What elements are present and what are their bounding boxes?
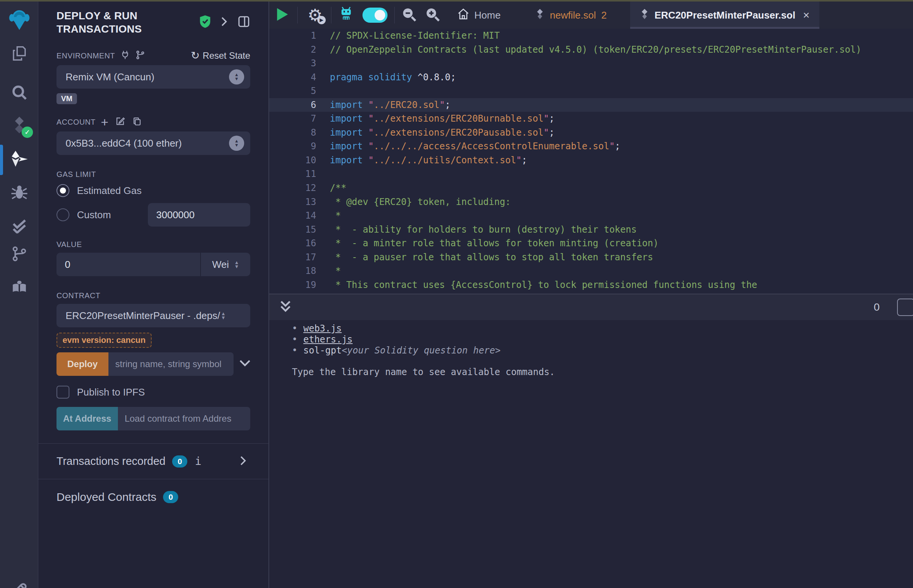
custom-gas-radio[interactable] (57, 208, 70, 221)
line-number: 9 (269, 139, 316, 153)
line-number: 18 (269, 264, 316, 278)
web3js-link[interactable]: web3.js (303, 323, 342, 334)
reset-state-button[interactable]: ↻ Reset State (191, 50, 250, 61)
value-input[interactable] (57, 253, 200, 276)
file-explorer-icon[interactable] (0, 40, 38, 67)
select-arrows-icon: ▲▼ (229, 69, 244, 84)
unit-testing-icon[interactable] (0, 212, 38, 238)
at-address-input[interactable] (118, 407, 250, 430)
ethersjs-link[interactable]: ethers.js (303, 334, 353, 345)
code-line-4[interactable]: 4pragma solidity ^0.8.0; (269, 71, 913, 84)
copilot-toggle[interactable] (363, 8, 387, 23)
sign-message-icon[interactable] (115, 116, 125, 128)
remix-logo-icon[interactable] (0, 7, 38, 33)
deploy-and-run-icon[interactable] (0, 146, 38, 172)
code-line-14[interactable]: 14 * (269, 209, 913, 223)
value-label: VALUE (57, 240, 82, 249)
collapse-terminal-chevrons-icon[interactable] (279, 299, 292, 315)
publish-ipfs-checkbox[interactable] (57, 386, 70, 399)
tab-badge: 2 (601, 10, 607, 21)
line-content: * @dev {ERC20} token, including: (316, 195, 511, 209)
deployed-contracts-label: Deployed Contracts (57, 491, 156, 504)
code-line-12[interactable]: 12/** (269, 181, 913, 195)
code-line-3[interactable]: 3 (269, 57, 913, 71)
contract-label: CONTRACT (57, 291, 100, 300)
code-line-13[interactable]: 13 * @dev {ERC20} token, including: (269, 195, 913, 209)
contract-select[interactable]: ERC20PresetMinterPauser - .deps/ ▲▼ (57, 304, 250, 327)
code-line-8[interactable]: 8import "../extensions/ERC20Pausable.sol… (269, 126, 913, 140)
code-line-18[interactable]: 18 * (269, 264, 913, 278)
line-content: * (316, 264, 341, 278)
line-number: 12 (269, 181, 316, 195)
code-editor[interactable]: 1// SPDX-License-Identifier: MIT2// Open… (269, 29, 913, 294)
code-line-16[interactable]: 16 * - a minter role that allows for tok… (269, 236, 913, 250)
environment-select[interactable]: Remix VM (Cancun) ▲▼ (57, 65, 250, 89)
unit-arrows-icon: ▲▼ (234, 260, 239, 269)
code-line-9[interactable]: 9import "../../../access/AccessControlEn… (269, 139, 913, 153)
tab-newfile[interactable]: newfile.sol 2 (526, 2, 617, 29)
at-address-button[interactable]: At Address (57, 407, 118, 430)
code-line-19[interactable]: 19 * This contract uses {AccessControl} … (269, 278, 913, 292)
code-line-7[interactable]: 7import "../extensions/ERC20Burnable.sol… (269, 112, 913, 126)
solidity-file-icon (535, 8, 544, 23)
transactions-count-badge: 0 (172, 456, 187, 467)
constructor-args-input[interactable] (108, 352, 233, 376)
code-line-11[interactable]: 11 (269, 167, 913, 181)
tab-erc20presetminterpauser[interactable]: ERC20PresetMinterPauser.sol × (630, 2, 819, 29)
code-line-20[interactable]: 20 * different roles - head to its docum… (269, 292, 913, 294)
custom-gas-input[interactable] (148, 203, 250, 226)
code-line-1[interactable]: 1// SPDX-License-Identifier: MIT (269, 29, 913, 43)
plugin-manager-icon[interactable] (0, 273, 38, 300)
tab-home[interactable]: Home (447, 2, 510, 29)
close-tab-icon[interactable]: × (803, 9, 810, 22)
copy-account-icon[interactable] (132, 116, 142, 128)
run-script-icon[interactable] (276, 7, 289, 23)
plug-icon[interactable] (0, 575, 38, 588)
info-icon[interactable]: i (195, 455, 201, 467)
line-content: import "../extensions/ERC20Burnable.sol"… (316, 112, 554, 126)
line-content: import "../ERC20.sol"; (316, 98, 450, 112)
line-content: /** (316, 181, 346, 195)
pin-panel-chevron-icon[interactable] (221, 16, 228, 28)
debugger-icon[interactable] (0, 179, 38, 205)
expand-transactions-chevron-icon[interactable] (240, 456, 246, 467)
search-icon[interactable] (0, 79, 38, 106)
split-view-icon[interactable] (237, 15, 250, 29)
zoom-out-icon[interactable] (401, 7, 417, 24)
line-content: // OpenZeppelin Contracts (last updated … (316, 43, 861, 57)
value-unit-select[interactable]: Wei ▲▼ (200, 253, 250, 276)
transactions-recorded-row[interactable]: Transactions recorded 0 i (57, 444, 250, 479)
fork-environment-icon[interactable] (135, 50, 145, 61)
line-content (316, 57, 330, 71)
line-number: 14 (269, 209, 316, 223)
code-line-5[interactable]: 5 (269, 84, 913, 98)
custom-gas-label: Custom (77, 209, 111, 221)
environment-label: ENVIRONMENT (57, 52, 115, 60)
estimated-gas-label: Estimated Gas (77, 185, 142, 197)
code-line-2[interactable]: 2// OpenZeppelin Contracts (last updated… (269, 43, 913, 57)
git-icon[interactable] (0, 241, 38, 267)
terminal-line: • web3.js (292, 323, 913, 334)
script-config-gear-icon[interactable]: ⚙▶ (306, 6, 324, 24)
deploy-button[interactable]: Deploy (57, 352, 108, 376)
code-line-15[interactable]: 15 * - ability for holders to burn (dest… (269, 223, 913, 237)
code-line-17[interactable]: 17 * - a pauser role that allows to stop… (269, 250, 913, 265)
estimated-gas-radio[interactable] (57, 184, 70, 197)
plug-environment-icon[interactable] (120, 50, 130, 61)
select-arrows-icon: ▲▼ (221, 312, 226, 320)
line-content: import "../../../access/AccessControlEnu… (316, 139, 620, 153)
code-line-6[interactable]: 6import "../ERC20.sol"; (269, 98, 913, 112)
terminal-footer-hint: Type the library name to see available c… (292, 367, 913, 377)
account-select[interactable]: 0x5B3...eddC4 (100 ether) ▲▼ (57, 131, 250, 155)
line-content: import "../../../utils/Context.sol"; (316, 153, 527, 168)
terminal-search-box[interactable] (897, 299, 913, 316)
expand-constructor-chevron-icon[interactable] (240, 360, 250, 368)
solidity-compiler-icon[interactable]: ✓ (0, 112, 38, 139)
code-line-10[interactable]: 10import "../../../utils/Context.sol"; (269, 153, 913, 168)
line-content: import "../extensions/ERC20Pausable.sol"… (316, 126, 554, 140)
line-number: 8 (269, 126, 316, 140)
line-number: 17 (269, 250, 316, 265)
add-account-icon[interactable]: + (101, 118, 108, 126)
zoom-in-icon[interactable] (425, 7, 440, 24)
solidity-file-icon (640, 8, 649, 23)
